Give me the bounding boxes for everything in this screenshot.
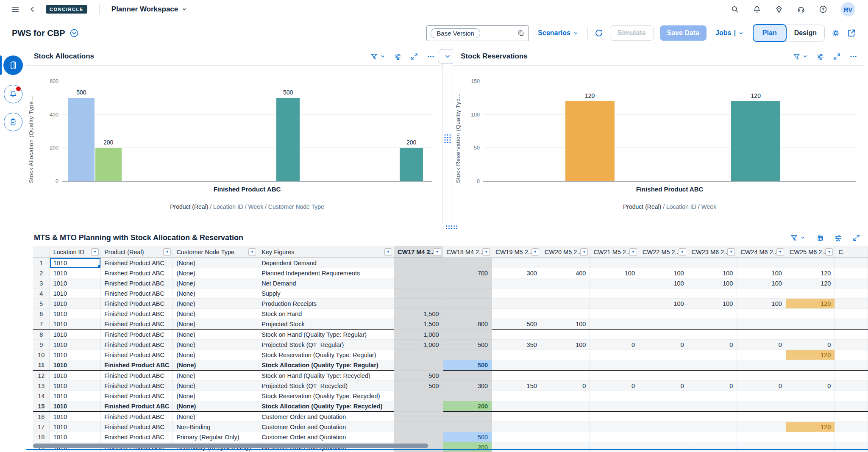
breadcrumb-segment[interactable]: Week	[701, 203, 716, 210]
copy-table-icon[interactable]	[815, 233, 824, 242]
key-figure-value-cell[interactable]	[590, 350, 639, 360]
key-figure-value-cell[interactable]	[541, 442, 590, 452]
key-figure-value-cell[interactable]: 200	[443, 401, 492, 412]
key-figure-value-cell[interactable]	[590, 442, 639, 452]
key-figure-value-cell[interactable]	[492, 299, 541, 309]
table-cell[interactable]	[835, 288, 868, 299]
key-figure-value-cell[interactable]	[492, 309, 541, 319]
key-figure-value-cell[interactable]	[737, 288, 786, 299]
key-figure-value-cell[interactable]	[394, 268, 443, 278]
table-cell[interactable]: (None)	[173, 370, 258, 381]
table-cell[interactable]: Stock on Hand (Quality Type: Recycled)	[258, 370, 394, 381]
key-figure-value-cell[interactable]: 150	[492, 381, 541, 391]
support-headset-icon[interactable]	[797, 5, 805, 14]
table-cell[interactable]: Supply	[258, 288, 394, 299]
settings-gear-icon[interactable]	[831, 28, 840, 38]
key-figure-value-cell[interactable]	[688, 360, 737, 371]
table-cell[interactable]: Planned Independent Requirements	[258, 268, 394, 278]
key-figure-value-cell[interactable]: 100	[688, 278, 737, 288]
table-cell[interactable]: (None)	[173, 381, 258, 391]
key-figure-value-cell[interactable]: 100	[737, 278, 786, 288]
feedback-diamond-icon[interactable]	[775, 5, 783, 14]
breadcrumb-segment[interactable]: Location ID	[213, 203, 243, 210]
key-figure-value-cell[interactable]	[737, 370, 786, 381]
key-figure-value-cell[interactable]: 100	[639, 299, 688, 309]
key-figure-value-cell[interactable]	[443, 329, 492, 340]
table-cell[interactable]: Production Receipts	[258, 299, 394, 309]
key-figure-value-cell[interactable]: 100	[590, 268, 639, 278]
key-figure-value-cell[interactable]	[590, 360, 639, 371]
column-header[interactable]: C	[835, 246, 868, 258]
key-figure-value-cell[interactable]: 100	[737, 299, 786, 309]
key-figure-value-cell[interactable]	[541, 432, 590, 442]
key-figure-value-cell[interactable]: 120	[786, 268, 835, 278]
simulate-button[interactable]: Simulate	[610, 25, 654, 41]
table-cell[interactable]: Customer Order and Quotation	[258, 422, 394, 432]
row-number[interactable]: 15	[33, 401, 50, 412]
table-settings-icon[interactable]	[834, 234, 842, 242]
column-filter-icon[interactable]: ▼	[629, 248, 637, 256]
sidebar-item-workbook[interactable]	[3, 55, 23, 75]
column-header[interactable]: CW18 M4 2..▼	[443, 246, 492, 258]
table-cell[interactable]: Finished Product ABC	[101, 329, 173, 340]
key-figure-value-cell[interactable]	[443, 350, 492, 360]
refresh-icon[interactable]	[594, 28, 604, 38]
table-filter-button[interactable]	[790, 234, 805, 242]
table-cell[interactable]: Net Demand	[258, 278, 394, 288]
help-icon[interactable]: ?	[819, 5, 827, 14]
key-figure-value-cell[interactable]	[394, 401, 443, 412]
column-filter-icon[interactable]: ▼	[825, 248, 833, 256]
table-cell[interactable]: (None)	[173, 258, 258, 268]
key-figure-value-cell[interactable]	[492, 278, 541, 288]
key-figure-value-cell[interactable]	[688, 319, 737, 330]
key-figure-value-cell[interactable]	[394, 391, 443, 401]
sidebar-item-tasks[interactable]	[4, 113, 22, 131]
key-figure-value-cell[interactable]	[737, 442, 786, 452]
column-filter-icon[interactable]: ▼	[482, 248, 490, 256]
table-cell[interactable]	[835, 411, 868, 422]
table-cell[interactable]	[835, 268, 868, 278]
table-cell[interactable]: (None)	[173, 309, 258, 319]
key-figure-value-cell[interactable]: 500	[394, 381, 443, 391]
table-cell[interactable]: 1010	[50, 319, 100, 330]
row-number[interactable]: 16	[33, 411, 50, 422]
table-cell[interactable]: 1010	[50, 340, 100, 350]
key-figure-value-cell[interactable]	[590, 299, 639, 309]
key-figure-value-cell[interactable]	[541, 278, 590, 288]
key-figure-value-cell[interactable]: 100	[688, 268, 737, 278]
row-number[interactable]: 14	[33, 391, 50, 401]
table-cell[interactable]	[835, 319, 868, 330]
key-figure-value-cell[interactable]	[443, 288, 492, 299]
chart-overflow-icon[interactable]	[427, 53, 435, 61]
column-filter-icon[interactable]: ▼	[531, 248, 539, 256]
key-figure-value-cell[interactable]: 700	[443, 268, 492, 278]
table-cell[interactable]: Customer Order and Quotation	[258, 411, 394, 422]
key-figure-value-cell[interactable]: 100	[541, 319, 590, 330]
key-figure-value-cell[interactable]	[786, 258, 835, 268]
key-figure-value-cell[interactable]	[688, 288, 737, 299]
key-figure-value-cell[interactable]	[639, 432, 688, 442]
table-cell[interactable]: Stock on Hand (Quality Type: Regular)	[258, 329, 394, 340]
key-figure-value-cell[interactable]	[590, 258, 639, 268]
key-figure-value-cell[interactable]	[492, 411, 541, 422]
jobs-button[interactable]: Jobs |	[713, 29, 746, 37]
row-number[interactable]: 7	[33, 319, 50, 330]
table-cell[interactable]: Finished Product ABC	[101, 340, 173, 350]
key-figure-value-cell[interactable]: 300	[492, 268, 541, 278]
key-figure-value-cell[interactable]	[394, 350, 443, 360]
key-figure-value-cell[interactable]	[492, 422, 541, 432]
table-expand-icon[interactable]	[852, 234, 860, 242]
bar[interactable]	[95, 148, 122, 181]
key-figure-value-cell[interactable]	[639, 370, 688, 381]
table-cell[interactable]: 1010	[50, 329, 100, 340]
key-figure-value-cell[interactable]	[639, 401, 688, 412]
table-cell[interactable]: 1010	[50, 258, 100, 268]
table-cell[interactable]: Finished Product ABC	[101, 299, 173, 309]
column-filter-icon[interactable]: ▼	[91, 248, 99, 256]
row-number[interactable]: 6	[33, 309, 50, 319]
key-figure-value-cell[interactable]	[639, 319, 688, 330]
chart-expand-icon[interactable]	[833, 53, 841, 61]
key-figure-value-cell[interactable]	[443, 278, 492, 288]
key-figure-value-cell[interactable]	[786, 411, 835, 422]
table-cell[interactable]: (None)	[173, 288, 258, 299]
